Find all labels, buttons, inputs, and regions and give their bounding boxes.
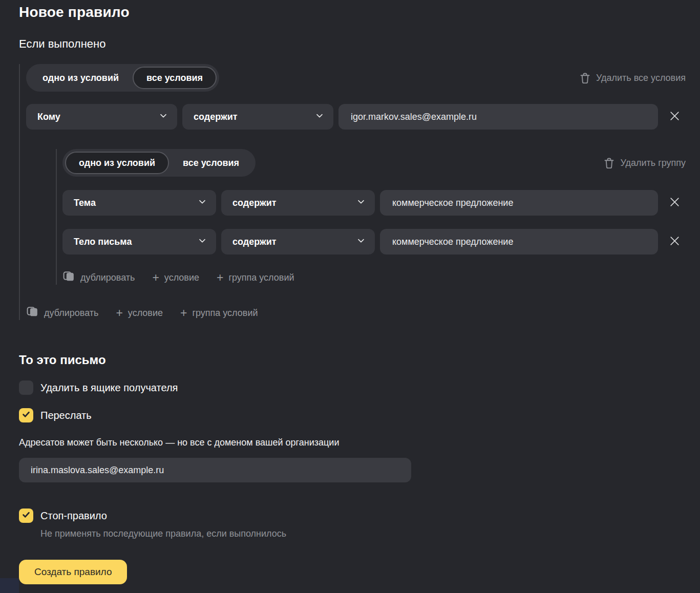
operator-select[interactable]: содержит xyxy=(221,229,375,255)
forward-checkbox[interactable] xyxy=(19,408,33,422)
create-rule-button[interactable]: Создать правило xyxy=(19,560,127,584)
close-icon xyxy=(669,235,681,248)
duplicate-label: дублировать xyxy=(80,272,135,283)
forward-option: Переслать xyxy=(19,408,686,422)
stop-rule-label: Стоп-правило xyxy=(40,509,107,523)
inner-toggle-row: одно из условий все условия Удалить груп… xyxy=(62,149,686,177)
add-condition-group-button[interactable]: + группа условий xyxy=(180,307,258,319)
chevron-down-icon xyxy=(315,111,324,123)
condition-row-body: Тело письма содержит xyxy=(62,229,686,255)
stop-rule-checkbox[interactable] xyxy=(19,509,33,523)
delete-group-button[interactable]: Удалить группу xyxy=(604,157,686,169)
plus-icon: + xyxy=(116,307,122,319)
duplicate-button[interactable]: дублировать xyxy=(26,305,98,321)
forward-recipients-hint: Адресатов может быть несколько — но все … xyxy=(19,437,686,448)
operator-select-value: содержит xyxy=(194,112,238,122)
inner-toggle-any-of-conditions[interactable]: одно из условий xyxy=(65,152,169,174)
add-condition-group-label: группа условий xyxy=(228,272,294,283)
add-condition-group-button[interactable]: + группа условий xyxy=(217,272,294,284)
inner-condition-group: одно из условий все условия Удалить груп… xyxy=(56,149,686,285)
new-rule-page: Новое правило Если выполнено одно из усл… xyxy=(0,0,700,584)
outer-condition-group: одно из условий все условия Удалить все … xyxy=(19,64,686,320)
then-section-heading: То это письмо xyxy=(19,353,686,367)
duplicate-icon xyxy=(62,270,75,285)
add-condition-label: условие xyxy=(164,272,199,283)
field-select[interactable]: Тело письма xyxy=(62,229,216,255)
operator-select[interactable]: содержит xyxy=(221,190,375,216)
chevron-down-icon xyxy=(356,236,366,248)
inner-group-actions: дублировать + условие + группа условий xyxy=(62,270,686,285)
outer-toggle-row: одно из условий все условия Удалить все … xyxy=(26,64,686,92)
condition-row-to: Кому содержит xyxy=(26,104,686,130)
outer-toggle-all-conditions[interactable]: все условия xyxy=(133,67,217,89)
stop-rule-description: Не применять последующие правила, если в… xyxy=(40,528,686,539)
delete-in-mailbox-label: Удалить в ящике получателя xyxy=(40,380,178,395)
field-select[interactable]: Тема xyxy=(62,190,216,216)
condition-value-input[interactable] xyxy=(338,104,658,130)
duplicate-icon xyxy=(26,305,39,321)
chevron-down-icon xyxy=(198,197,207,209)
field-select[interactable]: Кому xyxy=(26,104,177,130)
checkmark-icon xyxy=(21,409,31,421)
field-select-value: Тема xyxy=(74,198,96,208)
inner-toggle-all-conditions[interactable]: все условия xyxy=(169,152,253,174)
condition-row-subject: Тема содержит xyxy=(62,190,686,216)
background-corner-artifact xyxy=(0,578,19,593)
trash-icon xyxy=(604,157,614,169)
condition-value-input[interactable] xyxy=(380,190,658,216)
checkmark-icon xyxy=(21,510,31,522)
forward-recipient-input[interactable] xyxy=(19,458,411,482)
outer-group-actions: дублировать + условие + группа условий xyxy=(26,306,686,320)
close-icon xyxy=(669,110,681,123)
inner-match-toggle: одно из условий все условия xyxy=(62,149,256,177)
outer-match-toggle: одно из условий все условия xyxy=(26,64,219,92)
duplicate-label: дублировать xyxy=(44,308,98,319)
duplicate-button[interactable]: дублировать xyxy=(62,270,135,285)
outer-toggle-any-of-conditions[interactable]: одно из условий xyxy=(29,67,133,89)
delete-all-conditions-button[interactable]: Удалить все условия xyxy=(580,72,686,84)
plus-icon: + xyxy=(152,272,159,284)
plus-icon: + xyxy=(217,272,223,284)
stop-rule-option: Стоп-правило xyxy=(19,509,686,523)
chevron-down-icon xyxy=(198,236,207,248)
delete-in-mailbox-checkbox[interactable] xyxy=(19,380,33,395)
remove-condition-button[interactable] xyxy=(663,104,686,130)
add-condition-group-label: группа условий xyxy=(192,308,258,319)
delete-in-mailbox-option: Удалить в ящике получателя xyxy=(19,380,686,395)
delete-group-label: Удалить группу xyxy=(620,158,686,168)
operator-select-value: содержит xyxy=(232,198,277,208)
close-icon xyxy=(669,196,681,209)
remove-condition-button[interactable] xyxy=(663,190,686,216)
operator-select-value: содержит xyxy=(232,237,277,247)
condition-value-input[interactable] xyxy=(380,229,658,255)
chevron-down-icon xyxy=(159,111,168,123)
operator-select[interactable]: содержит xyxy=(182,104,333,130)
chevron-down-icon xyxy=(356,197,366,209)
add-condition-button[interactable]: + условие xyxy=(116,307,163,319)
if-section-heading: Если выполнено xyxy=(19,37,686,51)
trash-icon xyxy=(580,72,590,84)
field-select-value: Кому xyxy=(37,112,60,122)
field-select-value: Тело письма xyxy=(74,237,132,247)
page-title: Новое правило xyxy=(19,4,686,20)
add-condition-button[interactable]: + условие xyxy=(152,272,199,284)
forward-label: Переслать xyxy=(40,408,92,422)
add-condition-label: условие xyxy=(128,308,163,319)
remove-condition-button[interactable] xyxy=(663,229,686,255)
delete-all-conditions-label: Удалить все условия xyxy=(596,73,686,83)
plus-icon: + xyxy=(180,307,187,319)
